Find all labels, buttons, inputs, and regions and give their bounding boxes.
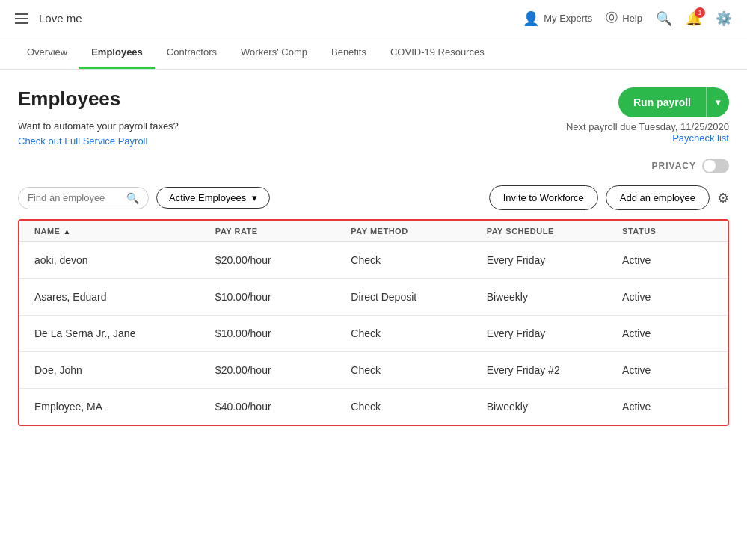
- help-icon: ⓪: [606, 10, 618, 26]
- privacy-area: PRIVACY: [18, 159, 729, 173]
- cell-status: Active: [622, 291, 713, 303]
- table-header: NAME ▲ PAY RATE PAY METHOD PAY SCHEDULE …: [19, 221, 728, 242]
- chevron-down-icon[interactable]: ▾: [707, 90, 729, 115]
- my-experts-label: My Experts: [544, 13, 592, 24]
- tab-contractors[interactable]: Contractors: [155, 37, 229, 69]
- table-settings-button[interactable]: ⚙: [717, 190, 729, 206]
- main-content: Employees Run payroll ▾ Want to automate…: [0, 70, 747, 444]
- help-label: Help: [622, 13, 642, 24]
- cell-pay-rate: $40.00/hour: [215, 401, 351, 413]
- search-input[interactable]: [28, 192, 122, 203]
- cell-name: Employee, MA: [34, 401, 215, 413]
- cell-pay-schedule: Biweekly: [487, 401, 622, 413]
- table-row[interactable]: aoki, devon $20.00/hour Check Every Frid…: [19, 242, 728, 279]
- page-sub-header: Want to automate your payroll taxes? Che…: [18, 120, 729, 147]
- next-payroll-date: Next payroll due Tuesday, 11/25/2020: [566, 121, 729, 132]
- cell-pay-method: Direct Deposit: [351, 291, 486, 303]
- help-button[interactable]: ⓪ Help: [606, 10, 642, 26]
- settings-icon[interactable]: ⚙️: [716, 10, 732, 27]
- privacy-toggle[interactable]: [702, 159, 729, 173]
- filter-button[interactable]: Active Employees ▾: [156, 187, 270, 209]
- promo-link[interactable]: Check out Full Service Payroll: [18, 135, 147, 147]
- table-row[interactable]: Doe, John $20.00/hour Check Every Friday…: [19, 352, 728, 389]
- cell-pay-rate: $10.00/hour: [215, 327, 351, 339]
- notifications-icon[interactable]: 🔔 1: [686, 10, 702, 27]
- column-pay-rate: PAY RATE: [215, 227, 351, 236]
- cell-pay-method: Check: [351, 364, 486, 376]
- privacy-label: PRIVACY: [652, 161, 696, 171]
- tab-covid[interactable]: COVID-19 Resources: [378, 37, 497, 69]
- cell-pay-method: Check: [351, 327, 486, 339]
- cell-pay-schedule: Every Friday: [487, 327, 622, 339]
- tab-benefits[interactable]: Benefits: [319, 37, 378, 69]
- search-icon[interactable]: 🔍: [656, 10, 672, 27]
- employee-table: NAME ▲ PAY RATE PAY METHOD PAY SCHEDULE …: [18, 219, 729, 426]
- cell-status: Active: [622, 254, 713, 266]
- cell-status: Active: [622, 364, 713, 376]
- promo-text: Want to automate your payroll taxes?: [18, 120, 179, 132]
- add-employee-button[interactable]: Add an employee: [606, 185, 710, 210]
- column-pay-schedule: PAY SCHEDULE: [487, 227, 622, 236]
- nav-right: 👤 My Experts ⓪ Help 🔍 🔔 1 ⚙️: [523, 10, 732, 27]
- toolbar-right: Invite to Workforce Add an employee ⚙: [489, 185, 729, 210]
- chevron-down-icon: ▾: [252, 192, 257, 203]
- cell-pay-method: Check: [351, 254, 486, 266]
- person-icon: 👤: [523, 10, 539, 27]
- table-row[interactable]: Employee, MA $40.00/hour Check Biweekly …: [19, 389, 728, 425]
- payroll-info: Next payroll due Tuesday, 11/25/2020 Pay…: [566, 120, 729, 144]
- invite-workforce-button[interactable]: Invite to Workforce: [489, 185, 598, 210]
- cell-name: De La Serna Jr., Jane: [34, 327, 215, 339]
- run-payroll-button[interactable]: Run payroll ▾: [618, 87, 729, 117]
- table-row[interactable]: Asares, Eduard $10.00/hour Direct Deposi…: [19, 279, 728, 316]
- tab-employees[interactable]: Employees: [79, 37, 155, 69]
- sort-arrow-icon: ▲: [63, 227, 70, 236]
- cell-name: aoki, devon: [34, 254, 215, 266]
- search-box[interactable]: 🔍: [18, 187, 149, 209]
- paycheck-list-link[interactable]: Paycheck list: [566, 132, 729, 144]
- page-title: Employees: [18, 87, 120, 111]
- cell-pay-schedule: Every Friday #2: [487, 364, 622, 376]
- table-body: aoki, devon $20.00/hour Check Every Frid…: [19, 242, 728, 425]
- cell-pay-rate: $20.00/hour: [215, 364, 351, 376]
- my-experts-button[interactable]: 👤 My Experts: [523, 10, 592, 27]
- cell-pay-rate: $20.00/hour: [215, 254, 351, 266]
- column-name[interactable]: NAME ▲: [34, 227, 215, 236]
- column-pay-method: PAY METHOD: [351, 227, 486, 236]
- nav-left: Love me: [15, 12, 82, 25]
- tab-navigation: Overview Employees Contractors Workers' …: [0, 37, 747, 70]
- hamburger-menu[interactable]: [15, 13, 28, 24]
- cell-name: Doe, John: [34, 364, 215, 376]
- cell-status: Active: [622, 401, 713, 413]
- table-row[interactable]: De La Serna Jr., Jane $10.00/hour Check …: [19, 316, 728, 352]
- filter-label: Active Employees: [169, 192, 246, 203]
- top-navigation: Love me 👤 My Experts ⓪ Help 🔍 🔔 1 ⚙️: [0, 0, 747, 37]
- page-header: Employees Run payroll ▾: [18, 87, 729, 117]
- cell-pay-rate: $10.00/hour: [215, 291, 351, 303]
- column-status: STATUS: [622, 227, 713, 236]
- app-title: Love me: [39, 12, 82, 25]
- run-payroll-label: Run payroll: [618, 89, 706, 116]
- toolbar-left: 🔍 Active Employees ▾: [18, 187, 270, 209]
- tab-workers-comp[interactable]: Workers' Comp: [229, 37, 319, 69]
- employee-toolbar: 🔍 Active Employees ▾ Invite to Workforce…: [18, 185, 729, 210]
- cell-pay-schedule: Every Friday: [487, 254, 622, 266]
- cell-status: Active: [622, 327, 713, 339]
- payroll-promo: Want to automate your payroll taxes? Che…: [18, 120, 179, 147]
- cell-pay-schedule: Biweekly: [487, 291, 622, 303]
- cell-pay-method: Check: [351, 401, 486, 413]
- search-icon: 🔍: [126, 192, 139, 204]
- column-name-label: NAME: [34, 227, 60, 236]
- cell-name: Asares, Eduard: [34, 291, 215, 303]
- tab-overview[interactable]: Overview: [15, 37, 79, 69]
